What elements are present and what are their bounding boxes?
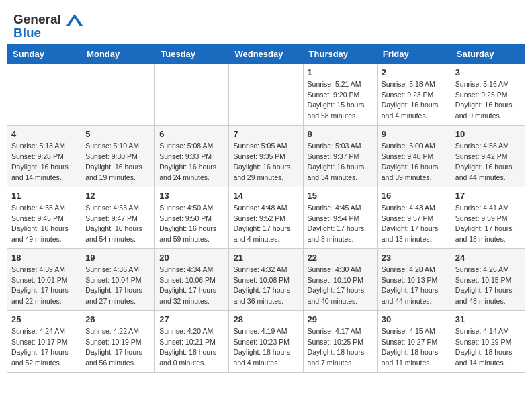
day-number: 10 [455,129,521,139]
calendar-cell: 5Sunrise: 5:10 AM Sunset: 9:30 PM Daylig… [81,125,155,187]
weekday-header-friday: Friday [377,44,451,63]
day-number: 23 [382,253,447,263]
weekday-header-thursday: Thursday [303,44,377,63]
calendar-cell: 15Sunrise: 4:45 AM Sunset: 9:54 PM Dayli… [303,187,377,248]
day-info: Sunrise: 4:30 AM Sunset: 10:10 PM Daylig… [308,265,373,307]
calendar-cell: 2Sunrise: 5:18 AM Sunset: 9:23 PM Daylig… [377,63,451,125]
page-header: General Blue [7,7,525,44]
day-number: 5 [85,129,150,139]
calendar-cell: 25Sunrise: 4:24 AM Sunset: 10:17 PM Dayl… [7,310,81,372]
calendar-cell: 7Sunrise: 5:05 AM Sunset: 9:35 PM Daylig… [229,125,303,187]
day-number: 14 [233,191,298,201]
day-info: Sunrise: 4:14 AM Sunset: 10:29 PM Daylig… [455,326,521,369]
calendar-cell: 19Sunrise: 4:36 AM Sunset: 10:04 PM Dayl… [81,248,155,310]
day-number: 21 [233,253,298,263]
day-info: Sunrise: 4:53 AM Sunset: 9:47 PM Dayligh… [85,203,150,245]
day-info: Sunrise: 4:26 AM Sunset: 10:15 PM Daylig… [455,265,521,307]
calendar-cell: 9Sunrise: 5:00 AM Sunset: 9:40 PM Daylig… [377,125,451,187]
day-info: Sunrise: 4:22 AM Sunset: 10:19 PM Daylig… [85,326,150,369]
day-number: 6 [159,129,224,139]
weekday-header-sunday: Sunday [7,44,81,63]
calendar-cell: 22Sunrise: 4:30 AM Sunset: 10:10 PM Dayl… [303,248,377,310]
day-info: Sunrise: 4:15 AM Sunset: 10:27 PM Daylig… [382,326,447,369]
day-number: 15 [308,191,373,201]
day-info: Sunrise: 5:16 AM Sunset: 9:25 PM Dayligh… [455,79,521,122]
day-number: 19 [85,253,150,263]
day-number: 26 [85,314,150,324]
day-number: 25 [11,314,77,324]
calendar-cell: 21Sunrise: 4:32 AM Sunset: 10:08 PM Dayl… [229,248,303,310]
calendar-cell: 24Sunrise: 4:26 AM Sunset: 10:15 PM Dayl… [451,248,525,310]
day-number: 29 [308,314,373,324]
calendar-cell: 17Sunrise: 4:41 AM Sunset: 9:59 PM Dayli… [451,187,525,248]
calendar-header-row: SundayMondayTuesdayWednesdayThursdayFrid… [7,44,525,63]
day-info: Sunrise: 4:32 AM Sunset: 10:08 PM Daylig… [233,265,298,307]
day-number: 11 [11,191,77,201]
calendar-table: SundayMondayTuesdayWednesdayThursdayFrid… [7,44,525,373]
calendar-cell: 20Sunrise: 4:34 AM Sunset: 10:06 PM Dayl… [155,248,229,310]
day-info: Sunrise: 5:13 AM Sunset: 9:28 PM Dayligh… [11,141,77,183]
logo-icon [66,13,83,28]
day-number: 4 [11,129,77,139]
logo-blue: Blue [13,26,83,40]
day-number: 22 [308,253,373,263]
day-number: 9 [382,129,447,139]
day-info: Sunrise: 4:50 AM Sunset: 9:50 PM Dayligh… [159,203,224,245]
day-number: 3 [455,67,521,77]
day-info: Sunrise: 5:21 AM Sunset: 9:20 PM Dayligh… [308,79,373,122]
day-info: Sunrise: 4:55 AM Sunset: 9:45 PM Dayligh… [11,203,77,245]
day-number: 13 [159,191,224,201]
calendar-week-row: 18Sunrise: 4:39 AM Sunset: 10:01 PM Dayl… [7,248,525,310]
day-number: 27 [159,314,224,324]
calendar-cell: 11Sunrise: 4:55 AM Sunset: 9:45 PM Dayli… [7,187,81,248]
calendar-cell: 10Sunrise: 4:58 AM Sunset: 9:42 PM Dayli… [451,125,525,187]
day-info: Sunrise: 4:41 AM Sunset: 9:59 PM Dayligh… [455,203,521,245]
calendar-cell: 13Sunrise: 4:50 AM Sunset: 9:50 PM Dayli… [155,187,229,248]
calendar-week-row: 25Sunrise: 4:24 AM Sunset: 10:17 PM Dayl… [7,310,525,372]
day-number: 30 [382,314,447,324]
day-info: Sunrise: 4:28 AM Sunset: 10:13 PM Daylig… [382,265,447,307]
day-info: Sunrise: 4:17 AM Sunset: 10:25 PM Daylig… [308,326,373,369]
day-info: Sunrise: 4:20 AM Sunset: 10:21 PM Daylig… [159,326,224,369]
day-info: Sunrise: 4:36 AM Sunset: 10:04 PM Daylig… [85,265,150,307]
day-number: 1 [308,67,373,77]
calendar-week-row: 4Sunrise: 5:13 AM Sunset: 9:28 PM Daylig… [7,125,525,187]
day-info: Sunrise: 4:39 AM Sunset: 10:01 PM Daylig… [11,265,77,307]
calendar-week-row: 1Sunrise: 5:21 AM Sunset: 9:20 PM Daylig… [7,63,525,125]
calendar-cell: 27Sunrise: 4:20 AM Sunset: 10:21 PM Dayl… [155,310,229,372]
day-number: 17 [455,191,521,201]
day-info: Sunrise: 5:10 AM Sunset: 9:30 PM Dayligh… [85,141,150,183]
calendar-week-row: 11Sunrise: 4:55 AM Sunset: 9:45 PM Dayli… [7,187,525,248]
calendar-cell [229,63,303,125]
day-number: 7 [233,129,298,139]
day-info: Sunrise: 4:24 AM Sunset: 10:17 PM Daylig… [11,326,77,369]
logo: General Blue [13,12,83,40]
calendar-cell: 28Sunrise: 4:19 AM Sunset: 10:23 PM Dayl… [229,310,303,372]
day-number: 2 [382,67,447,77]
day-info: Sunrise: 4:45 AM Sunset: 9:54 PM Dayligh… [308,203,373,245]
day-info: Sunrise: 5:00 AM Sunset: 9:40 PM Dayligh… [382,141,447,183]
calendar-cell [7,63,81,125]
calendar-cell: 31Sunrise: 4:14 AM Sunset: 10:29 PM Dayl… [451,310,525,372]
day-info: Sunrise: 5:05 AM Sunset: 9:35 PM Dayligh… [233,141,298,183]
day-number: 31 [455,314,521,324]
calendar-cell: 8Sunrise: 5:03 AM Sunset: 9:37 PM Daylig… [303,125,377,187]
calendar-cell: 30Sunrise: 4:15 AM Sunset: 10:27 PM Dayl… [377,310,451,372]
calendar-cell: 4Sunrise: 5:13 AM Sunset: 9:28 PM Daylig… [7,125,81,187]
calendar-cell: 1Sunrise: 5:21 AM Sunset: 9:20 PM Daylig… [303,63,377,125]
weekday-header-tuesday: Tuesday [155,44,229,63]
calendar-cell: 23Sunrise: 4:28 AM Sunset: 10:13 PM Dayl… [377,248,451,310]
calendar-cell: 12Sunrise: 4:53 AM Sunset: 9:47 PM Dayli… [81,187,155,248]
day-info: Sunrise: 4:43 AM Sunset: 9:57 PM Dayligh… [382,203,447,245]
day-number: 8 [308,129,373,139]
calendar-cell: 16Sunrise: 4:43 AM Sunset: 9:57 PM Dayli… [377,187,451,248]
calendar-cell: 29Sunrise: 4:17 AM Sunset: 10:25 PM Dayl… [303,310,377,372]
day-number: 16 [382,191,447,201]
calendar-cell: 6Sunrise: 5:08 AM Sunset: 9:33 PM Daylig… [155,125,229,187]
day-number: 18 [11,253,77,263]
day-number: 20 [159,253,224,263]
calendar-cell [81,63,155,125]
calendar-cell: 26Sunrise: 4:22 AM Sunset: 10:19 PM Dayl… [81,310,155,372]
day-info: Sunrise: 4:19 AM Sunset: 10:23 PM Daylig… [233,326,298,369]
day-info: Sunrise: 5:03 AM Sunset: 9:37 PM Dayligh… [308,141,373,183]
